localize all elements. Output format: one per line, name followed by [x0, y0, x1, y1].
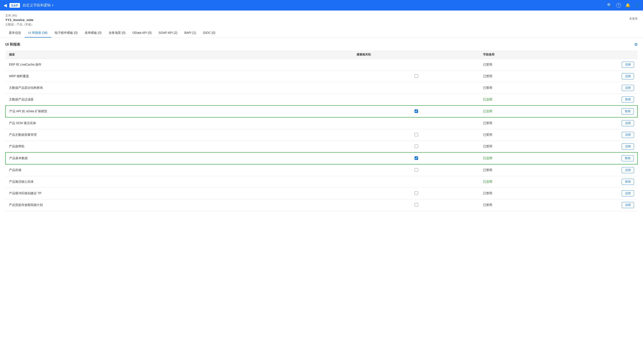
row-description: 产品主数据质量管理 [6, 129, 353, 141]
row-status: 已启用 [480, 176, 574, 188]
tab-idoc[interactable]: IDOC (0) [199, 29, 219, 38]
row-search-checkbox-cell [353, 141, 480, 152]
table-row: 产品 SCM 激活实体已禁用启用 [6, 117, 637, 129]
master-data-label: 主数据：产品（常规） [5, 22, 34, 26]
section-title: UI 和报表 [5, 42, 20, 47]
table-row: 产品激活核心实体已启用禁用 [6, 176, 637, 188]
row-search-checkbox-cell [353, 129, 480, 141]
row-status: 已禁用 [480, 141, 574, 152]
row-status: 已禁用 [480, 59, 574, 70]
tab-basic[interactable]: 基本信息 [5, 29, 25, 38]
table-row: 产品货架存放期高级计划已禁用启用 [6, 199, 637, 211]
enable-button[interactable]: 启用 [622, 120, 634, 126]
status-badge: 未发布 [629, 14, 638, 24]
tab-business-scenario[interactable]: 业务场景 (0) [105, 29, 129, 38]
disable-button[interactable]: 禁用 [622, 179, 634, 185]
row-search-checkbox-cell [353, 70, 480, 82]
record-name: YY1_Invoice_note [5, 18, 34, 22]
row-status: 已启用 [480, 152, 574, 164]
row-description: MRP 物料覆盖 [6, 70, 353, 82]
row-action-cell: 启用 [574, 59, 637, 70]
row-search-checkbox-cell [353, 82, 480, 94]
tab-email-template[interactable]: 电子邮件模板 (0) [51, 29, 81, 38]
row-action-cell: 启用 [574, 129, 637, 141]
user-icon[interactable]: 👤 [635, 3, 639, 8]
back-button[interactable]: ◀ [4, 3, 7, 8]
enable-button[interactable]: 启用 [622, 167, 634, 173]
table-row: MRP 物料覆盖已禁用启用 [6, 70, 637, 82]
row-description: 主数据产品过滤器 [6, 94, 353, 106]
row-status: 已禁用 [480, 117, 574, 129]
row-action-cell: 禁用 [574, 94, 637, 106]
tab-form-template[interactable]: 表单模板 (0) [81, 29, 105, 38]
row-description: 产品货架存放期高级计划 [6, 199, 353, 211]
row-search-checkbox-cell [353, 94, 480, 106]
row-search-checkbox-cell [353, 199, 480, 211]
table-row: 主数据产品层次结构查询已禁用启用 [6, 82, 637, 94]
enable-button[interactable]: 启用 [622, 132, 634, 138]
search-relevance-checkbox[interactable] [415, 144, 418, 148]
enable-button[interactable]: 启用 [622, 73, 634, 80]
enable-button[interactable]: 启用 [622, 85, 634, 91]
row-search-checkbox-cell [353, 176, 480, 188]
enable-button[interactable]: 启用 [622, 144, 634, 150]
row-search-checkbox-cell [353, 117, 480, 129]
enable-button[interactable]: 启用 [622, 202, 634, 208]
settings-icon[interactable]: ⚙ [634, 42, 638, 47]
main-content: UI 和报表 ⚙ 描述 搜索相关性 字段使用 ERP 和 LiveCache 操… [0, 38, 643, 215]
row-action-cell: 启用 [574, 117, 637, 129]
chevron-down-icon[interactable]: ▾ [52, 4, 53, 7]
disable-button[interactable]: 禁用 [622, 96, 634, 102]
search-relevance-checkbox[interactable] [415, 203, 418, 206]
search-relevance-checkbox[interactable] [415, 133, 418, 136]
top-navigation: ◀ SAP 自定义字段和逻辑 ▾ 🔍 ? 🔔 👤 [0, 0, 643, 10]
table-row: 主数据产品过滤器已启用禁用 [6, 94, 637, 106]
tab-odata-api[interactable]: OData API (0) [129, 29, 155, 38]
row-action-cell: 启用 [574, 164, 637, 176]
row-search-checkbox-cell [353, 152, 480, 164]
disable-button[interactable]: 禁用 [621, 108, 634, 114]
table-row: ERP 和 LiveCache 操作已禁用启用 [6, 59, 637, 70]
row-status: 已禁用 [480, 188, 574, 199]
row-description: 产品存储 [6, 164, 353, 176]
sap-logo: SAP [10, 3, 20, 8]
search-relevance-checkbox[interactable] [415, 156, 418, 160]
section-header: UI 和报表 ⚙ [5, 42, 638, 47]
row-action-cell: 启用 [574, 141, 637, 152]
tab-soap-api[interactable]: SOAP API (2) [155, 29, 181, 38]
row-search-checkbox-cell [353, 164, 480, 176]
enable-button[interactable]: 启用 [622, 62, 634, 68]
row-description: 产品基本数据 [6, 152, 353, 164]
row-action-cell: 启用 [574, 188, 637, 199]
table-row: 产品基本数据已启用禁用 [6, 152, 637, 164]
table-body: ERP 和 LiveCache 操作已禁用启用MRP 物料覆盖已禁用启用主数据产… [6, 59, 637, 211]
help-icon[interactable]: ? [616, 3, 621, 8]
disable-button[interactable]: 禁用 [621, 155, 634, 162]
row-description: 产品激活核心实体 [6, 176, 353, 188]
row-search-checkbox-cell [353, 106, 480, 117]
search-relevance-checkbox[interactable] [415, 168, 418, 172]
ui-reports-table: 描述 搜索相关性 字段使用 ERP 和 LiveCache 操作已禁用启用MRP… [5, 50, 638, 211]
row-description: 产品 API 的 oData 扩展模型 [6, 106, 353, 117]
search-relevance-checkbox[interactable] [415, 192, 418, 195]
search-relevance-checkbox[interactable] [415, 110, 418, 113]
page-header: 文本 (40) YY1_Invoice_note 主数据：产品（常规） 未发布 … [0, 10, 643, 38]
enable-button[interactable]: 启用 [622, 190, 634, 196]
top-nav-actions: 🔍 ? 🔔 👤 [607, 3, 639, 8]
row-action-cell: 启用 [574, 82, 637, 94]
table-row: 产品缓冲区级别建议 TP已禁用启用 [6, 188, 637, 199]
search-relevance-checkbox[interactable] [415, 74, 418, 78]
row-action-cell: 禁用 [574, 106, 637, 117]
row-description: 产品 SCM 激活实体 [6, 117, 353, 129]
row-status: 已禁用 [480, 199, 574, 211]
row-status: 已禁用 [480, 82, 574, 94]
notification-icon[interactable]: 🔔 [625, 3, 630, 8]
app-title: 自定义字段和逻辑 ▾ [23, 3, 53, 8]
col-header-action [574, 50, 637, 59]
tab-ui-reports[interactable]: UI 和报表 (36) [25, 29, 51, 38]
table-row: 产品值帮助已禁用启用 [6, 141, 637, 152]
row-status: 已禁用 [480, 164, 574, 176]
row-action-cell: 启用 [574, 199, 637, 211]
search-icon[interactable]: 🔍 [607, 3, 612, 8]
tab-bapi[interactable]: BAPI (1) [181, 29, 199, 38]
